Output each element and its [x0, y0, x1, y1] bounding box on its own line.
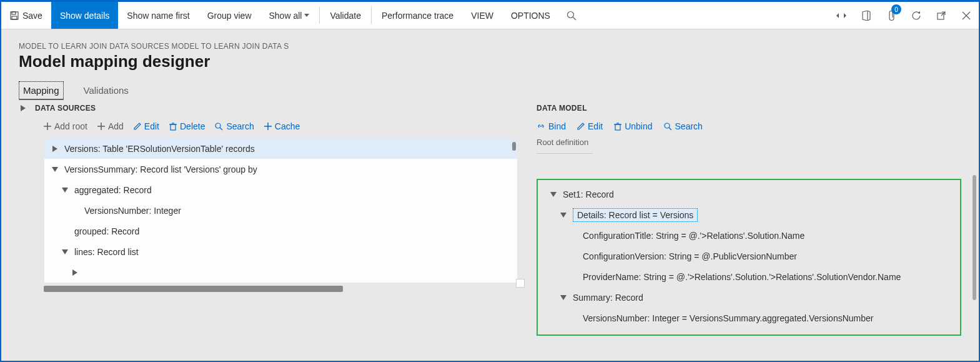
caret-icon[interactable]	[51, 146, 59, 152]
add-button[interactable]: Add	[97, 121, 124, 131]
save-icon	[10, 11, 19, 20]
divider	[537, 153, 593, 154]
svg-line-32	[669, 128, 671, 130]
resize-handle[interactable]	[516, 279, 525, 288]
caret-icon[interactable]	[559, 213, 568, 218]
add-label: Add	[108, 121, 124, 131]
svg-line-4	[573, 17, 576, 20]
edit-button-dm[interactable]: Edit	[577, 121, 603, 131]
performance-trace-button[interactable]: Performance trace	[373, 2, 462, 29]
group-view-button[interactable]: Group view	[199, 2, 260, 29]
page-title: Model mapping designer	[19, 52, 961, 71]
caret-icon[interactable]	[71, 269, 79, 276]
trash-icon	[614, 123, 621, 131]
add-root-button[interactable]: Add root	[44, 121, 87, 131]
refresh-button[interactable]	[904, 2, 929, 29]
svg-rect-1	[12, 12, 16, 14]
attachments-badge: 0	[891, 4, 901, 14]
vertical-scrollbar[interactable]	[512, 142, 516, 151]
close-button[interactable]	[954, 2, 979, 29]
performance-trace-label: Performance trace	[382, 11, 453, 21]
attachments-button[interactable]: 0	[879, 2, 904, 29]
popout-icon	[937, 11, 946, 20]
office-icon-button[interactable]	[854, 2, 879, 29]
popout-button[interactable]	[929, 2, 954, 29]
chevron-down-icon	[304, 14, 309, 17]
root-definition-label: Root definition	[537, 138, 961, 147]
page-scrollbar[interactable]	[973, 175, 976, 300]
add-root-label: Add root	[54, 121, 87, 131]
connection-icon-button[interactable]	[829, 2, 854, 29]
svg-point-3	[567, 11, 573, 18]
validate-button[interactable]: Validate	[321, 2, 370, 29]
show-name-first-label: Show name first	[127, 11, 189, 21]
svg-rect-16	[171, 124, 176, 130]
svg-rect-28	[615, 124, 620, 130]
caret-icon[interactable]	[61, 249, 69, 254]
tree-row[interactable]: Summary: Record	[540, 287, 958, 308]
save-label: Save	[22, 11, 42, 21]
options-menu[interactable]: OPTIONS	[502, 2, 559, 29]
search-button[interactable]	[559, 2, 584, 29]
tree-row[interactable]: ConfigurationTitle: String = @.'>Relatio…	[540, 225, 958, 246]
tree-row[interactable]: Set1: Record	[540, 184, 958, 204]
view-label: VIEW	[471, 11, 493, 21]
svg-marker-5	[836, 13, 839, 18]
svg-marker-23	[52, 146, 57, 152]
cache-button[interactable]: Cache	[264, 121, 300, 131]
search-button-ds[interactable]: Search	[215, 121, 254, 131]
validate-label: Validate	[330, 11, 361, 21]
tree-row[interactable]: ConfigurationVersion: String = @.PublicV…	[540, 246, 958, 266]
tree-label: ProviderName: String = @.'>Relations'.So…	[583, 272, 901, 282]
svg-marker-33	[550, 192, 557, 197]
tab-mapping[interactable]: Mapping	[19, 81, 64, 100]
tree-label: ConfigurationVersion: String = @.PublicV…	[583, 251, 797, 261]
toolbar-separator	[319, 7, 320, 24]
search-label: Search	[226, 121, 254, 131]
group-view-label: Group view	[207, 11, 252, 21]
data-sources-title: DATA SOURCES	[35, 104, 96, 113]
svg-rect-2	[12, 16, 17, 19]
tree-row[interactable]: Details: Record list = Versions	[540, 204, 958, 225]
horizontal-scrollbar[interactable]	[44, 286, 343, 292]
data-model-title: DATA MODEL	[537, 104, 961, 113]
delete-button[interactable]: Delete	[169, 121, 205, 131]
svg-marker-25	[62, 188, 68, 193]
tree-label: ConfigurationTitle: String = @.'>Relatio…	[583, 231, 804, 241]
tree-row[interactable]: aggregated: Record	[44, 179, 517, 200]
tree-row[interactable]: VersionsNumber: Integer = VersionsSummar…	[540, 308, 958, 328]
unbind-button[interactable]: Unbind	[614, 121, 652, 131]
tree-row[interactable]	[44, 262, 517, 283]
search-button-dm[interactable]: Search	[664, 121, 703, 131]
save-button[interactable]: Save	[1, 2, 51, 29]
tree-row[interactable]: VersionsSummary: Record list 'Versions' …	[44, 159, 517, 179]
data-model-tree[interactable]: Set1: RecordDetails: Record list = Versi…	[537, 179, 961, 336]
tree-row[interactable]: lines: Record list	[44, 241, 517, 262]
show-all-dropdown[interactable]: Show all	[260, 2, 319, 29]
svg-marker-11	[21, 105, 26, 111]
data-sources-tree[interactable]: Versions: Table 'ERSolutionVersionTable'…	[44, 138, 518, 283]
refresh-icon	[911, 11, 921, 21]
caret-icon[interactable]	[61, 188, 69, 193]
svg-point-19	[215, 123, 220, 128]
caret-icon[interactable]	[559, 295, 568, 300]
toolbar-separator	[371, 7, 372, 24]
data-model-panel: DATA MODEL Bind Edit Unbind Search Root …	[537, 104, 961, 361]
data-model-actions: Bind Edit Unbind Search	[537, 121, 961, 131]
search-label: Search	[675, 121, 703, 131]
caret-icon[interactable]	[51, 167, 59, 172]
tree-row[interactable]: ProviderName: String = @.'>Relations'.So…	[540, 266, 958, 287]
expand-caret-icon[interactable]	[19, 104, 27, 113]
show-details-button[interactable]: Show details	[51, 2, 118, 29]
tree-row[interactable]: grouped: Record	[44, 221, 517, 241]
tree-row[interactable]: VersionsNumber: Integer	[44, 200, 517, 221]
tab-validations[interactable]: Validations	[82, 81, 130, 100]
caret-icon[interactable]	[549, 192, 558, 197]
svg-point-31	[665, 123, 670, 128]
bind-button[interactable]: Bind	[537, 121, 566, 131]
edit-button[interactable]: Edit	[134, 121, 159, 131]
tree-row[interactable]: Versions: Table 'ERSolutionVersionTable'…	[44, 138, 517, 159]
show-name-first-button[interactable]: Show name first	[118, 2, 198, 29]
svg-marker-24	[52, 167, 58, 172]
view-menu[interactable]: VIEW	[462, 2, 502, 29]
